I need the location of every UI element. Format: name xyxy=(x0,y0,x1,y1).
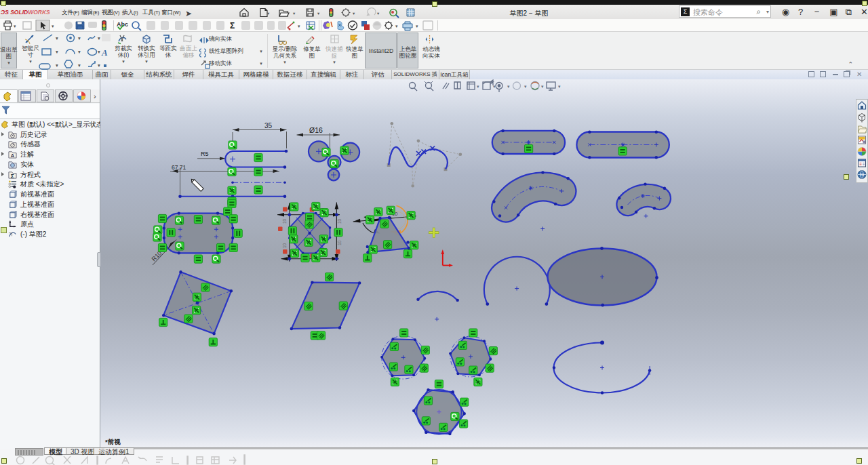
svg-text:▾: ▾ xyxy=(56,49,58,55)
svg-text:▾: ▾ xyxy=(52,24,54,28)
svg-text:▾: ▾ xyxy=(298,24,300,28)
svg-text:67.71: 67.71 xyxy=(172,164,186,171)
svg-text:Σ: Σ xyxy=(230,21,235,31)
svg-text:10: 10 xyxy=(337,218,342,224)
svg-text:▾: ▾ xyxy=(78,35,81,41)
svg-text:10: 10 xyxy=(282,243,287,248)
svg-text:▾: ▾ xyxy=(377,11,380,16)
svg-text:▾: ▾ xyxy=(78,62,81,68)
svg-text:▾: ▾ xyxy=(507,84,510,89)
svg-text:▾: ▾ xyxy=(293,11,296,16)
svg-text:▾: ▾ xyxy=(98,62,100,68)
svg-text:A: A xyxy=(101,47,108,58)
svg-text:▾: ▾ xyxy=(493,84,496,89)
svg-text:▾: ▾ xyxy=(317,11,320,16)
svg-text:Ø16: Ø16 xyxy=(309,126,323,134)
svg-text:Σ: Σ xyxy=(11,172,14,178)
svg-text:▾: ▾ xyxy=(416,24,418,28)
svg-text:▾: ▾ xyxy=(98,35,100,41)
svg-text:▾: ▾ xyxy=(541,84,544,89)
svg-text:›: › xyxy=(94,92,96,100)
svg-text:▾: ▾ xyxy=(267,11,270,16)
svg-text:▾: ▾ xyxy=(56,35,58,41)
svg-text:▾: ▾ xyxy=(524,84,527,89)
svg-text:10: 10 xyxy=(337,240,342,245)
svg-text:▾: ▾ xyxy=(395,24,398,28)
svg-text:R5: R5 xyxy=(201,150,209,157)
svg-text:▾: ▾ xyxy=(14,24,16,28)
svg-text:35: 35 xyxy=(264,122,273,129)
svg-text:▾: ▾ xyxy=(98,49,100,55)
svg-text:▾: ▾ xyxy=(558,84,561,89)
svg-text:▾: ▾ xyxy=(56,62,58,68)
svg-text:*前视: *前视 xyxy=(105,438,121,445)
svg-text:▾: ▾ xyxy=(353,11,355,16)
svg-text:7D: 7D xyxy=(860,173,865,177)
svg-text:▾: ▾ xyxy=(477,84,479,89)
svg-text:▾: ▾ xyxy=(78,49,81,55)
svg-text:A: A xyxy=(11,153,15,159)
svg-text:10: 10 xyxy=(282,218,287,224)
